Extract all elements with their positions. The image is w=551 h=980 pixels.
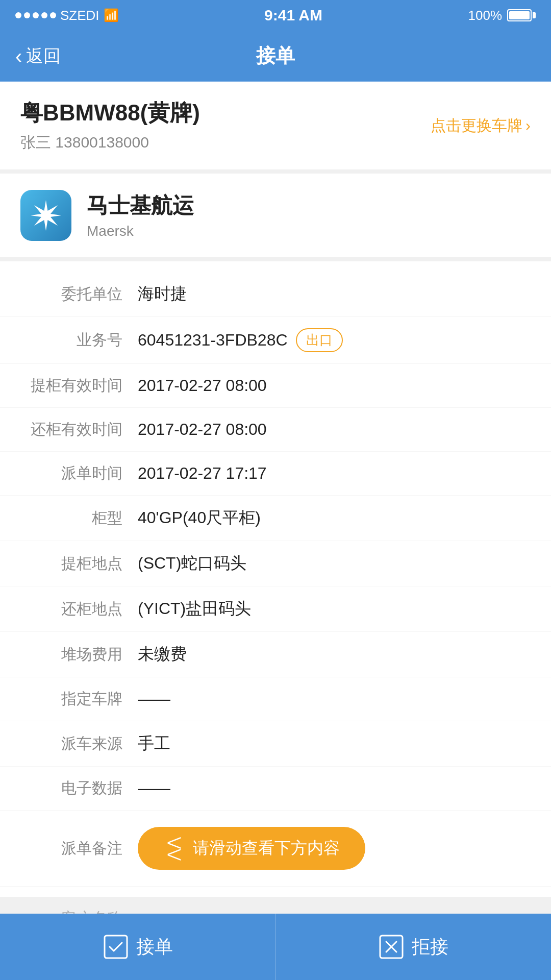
detail-row: 堆场费用未缴费 — [0, 632, 551, 677]
detail-value-text: 2017-02-27 17:17 — [138, 464, 267, 483]
detail-row: 还柜有效时间2017-02-27 08:00 — [0, 408, 551, 452]
detail-label: 提柜地点 — [20, 553, 122, 574]
export-badge: 出口 — [296, 328, 343, 352]
accept-label: 接单 — [136, 935, 173, 960]
detail-row: 派车来源手工 — [0, 721, 551, 767]
detail-row: 派单备注⋁⋁请滑动查看下方内容 — [0, 811, 551, 887]
detail-value-text: 未缴费 — [138, 643, 187, 666]
change-plate-button[interactable]: 点击更换车牌 › — [431, 115, 531, 136]
detail-value-text: 40'GP(40尺平柜) — [138, 507, 261, 529]
svg-marker-0 — [31, 200, 61, 231]
detail-value: 2017-02-27 08:00 — [138, 376, 531, 395]
nav-bar: ‹ 返回 接单 — [0, 31, 551, 82]
detail-row: 电子数据—— — [0, 767, 551, 811]
detail-label: 还柜有效时间 — [20, 419, 122, 440]
company-info: 马士基航运 Maersk — [87, 191, 194, 239]
back-button[interactable]: ‹ 返回 — [15, 44, 61, 68]
detail-value-text: (YICT)盐田码头 — [138, 598, 251, 620]
detail-label: 还柜地点 — [20, 599, 122, 620]
status-bar: SZEDI 📶 9:41 AM 100% — [0, 0, 551, 31]
maersk-star-icon — [28, 198, 64, 233]
detail-value-text: 海时捷 — [138, 283, 187, 305]
detail-value: (SCT)蛇口码头 — [138, 552, 531, 575]
detail-row: 还柜地点(YICT)盐田码头 — [0, 586, 551, 632]
status-right: 100% — [468, 8, 536, 23]
detail-row: 柜型40'GP(40尺平柜) — [0, 496, 551, 541]
detail-value: 40'GP(40尺平柜) — [138, 507, 531, 529]
carrier-label: SZEDI — [60, 8, 99, 23]
detail-value: 未缴费 — [138, 643, 531, 666]
back-label: 返回 — [26, 44, 61, 68]
wifi-icon: 📶 — [104, 8, 119, 22]
detail-label: 堆场费用 — [20, 644, 122, 665]
status-left: SZEDI 📶 — [15, 8, 119, 23]
change-plate-label: 点击更换车牌 — [431, 115, 522, 136]
battery-percent: 100% — [468, 8, 503, 23]
company-name-en: Maersk — [87, 223, 194, 239]
detail-label: 派单时间 — [20, 463, 122, 484]
signal-dots — [15, 12, 56, 18]
scroll-hint-button[interactable]: ⋁⋁请滑动查看下方内容 — [138, 827, 365, 870]
reject-icon — [378, 934, 405, 960]
detail-value-text: 2017-02-27 08:00 — [138, 376, 267, 395]
detail-label: 业务号 — [20, 330, 122, 351]
company-logo — [20, 190, 71, 241]
detail-value: 手工 — [138, 732, 531, 755]
company-name-cn: 马士基航运 — [87, 191, 194, 220]
page-title: 接单 — [256, 43, 295, 69]
detail-label: 派车来源 — [20, 733, 122, 754]
detail-value-text: —— — [138, 779, 170, 798]
detail-value: —— — [138, 779, 531, 798]
vehicle-info: 粤BBMW88(黄牌) 张三 13800138000 — [20, 98, 200, 153]
vehicle-section: 粤BBMW88(黄牌) 张三 13800138000 点击更换车牌 › — [0, 82, 551, 174]
vehicle-driver: 张三 13800138000 — [20, 132, 200, 153]
detail-value-text: 2017-02-27 08:00 — [138, 420, 267, 439]
details-section: 委托单位海时捷业务号60451231-3FDB28C出口提柜有效时间2017-0… — [0, 261, 551, 897]
detail-value-text: 60451231-3FDB28C — [138, 331, 288, 350]
detail-row: 业务号60451231-3FDB28C出口 — [0, 317, 551, 364]
accept-button[interactable]: 接单 — [0, 914, 276, 980]
detail-value: ⋁⋁请滑动查看下方内容 — [138, 822, 531, 875]
bottom-bar: 接单 拒接 — [0, 914, 551, 980]
detail-value: 2017-02-27 17:17 — [138, 464, 531, 483]
battery-icon — [507, 9, 536, 21]
scroll-down-icon: ⋁⋁ — [167, 837, 184, 860]
scroll-hint-label: 请滑动查看下方内容 — [193, 837, 340, 860]
detail-row: 派单时间2017-02-27 17:17 — [0, 452, 551, 496]
detail-value: 2017-02-27 08:00 — [138, 420, 531, 439]
company-section: 马士基航运 Maersk — [0, 174, 551, 261]
detail-label: 派单备注 — [20, 838, 122, 859]
detail-label: 指定车牌 — [20, 689, 122, 709]
detail-value: 海时捷 — [138, 283, 531, 305]
detail-label: 柜型 — [20, 508, 122, 529]
reject-label: 拒接 — [412, 935, 448, 960]
reject-button[interactable]: 拒接 — [276, 914, 552, 980]
status-time: 9:41 AM — [264, 7, 322, 24]
detail-value: 60451231-3FDB28C出口 — [138, 328, 531, 352]
detail-row: 提柜有效时间2017-02-27 08:00 — [0, 364, 551, 408]
detail-label: 电子数据 — [20, 778, 122, 799]
detail-label: 提柜有效时间 — [20, 375, 122, 396]
detail-row: 指定车牌—— — [0, 677, 551, 721]
detail-value-text: 手工 — [138, 732, 170, 755]
back-chevron-icon: ‹ — [15, 46, 22, 66]
accept-icon — [103, 934, 129, 960]
change-plate-chevron-icon: › — [525, 117, 531, 134]
detail-row: 提柜地点(SCT)蛇口码头 — [0, 541, 551, 586]
detail-value: (YICT)盐田码头 — [138, 598, 531, 620]
detail-label: 委托单位 — [20, 284, 122, 305]
svg-rect-1 — [105, 936, 127, 958]
detail-value: —— — [138, 690, 531, 708]
detail-value-text: (SCT)蛇口码头 — [138, 552, 246, 575]
detail-row: 委托单位海时捷 — [0, 272, 551, 317]
vehicle-plate: 粤BBMW88(黄牌) — [20, 98, 200, 128]
detail-value-text: —— — [138, 690, 170, 708]
